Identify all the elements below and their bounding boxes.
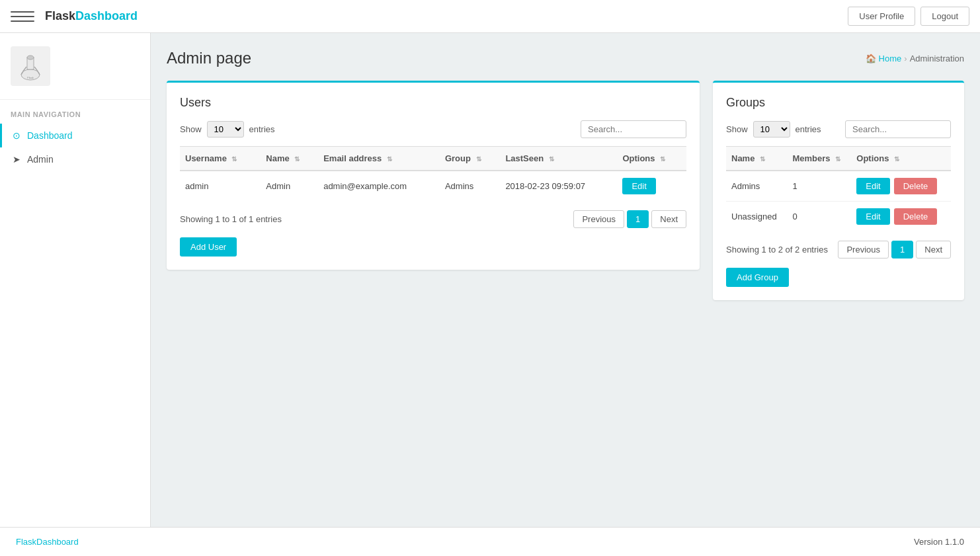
user-group: Admins bbox=[440, 171, 500, 201]
group-sort-icon[interactable]: ⇅ bbox=[476, 155, 481, 163]
groups-search-input[interactable] bbox=[845, 120, 951, 138]
sidebar-item-admin[interactable]: ➤ Admin bbox=[0, 147, 150, 171]
main-content: Admin page 🏠 Home › Administration Users… bbox=[151, 33, 980, 527]
users-prev-button[interactable]: Previous bbox=[573, 210, 624, 228]
user-email: admin@example.com bbox=[318, 171, 440, 201]
users-page-1-button[interactable]: 1 bbox=[627, 210, 649, 228]
groups-name-sort-icon[interactable]: ⇅ bbox=[760, 155, 765, 163]
user-lastseen: 2018-02-23 09:59:07 bbox=[500, 171, 617, 201]
breadcrumb-separator: › bbox=[904, 54, 907, 63]
name-sort-icon[interactable]: ⇅ bbox=[294, 155, 300, 163]
users-table: Username ⇅ Name ⇅ Email address ⇅ Group … bbox=[180, 146, 686, 201]
top-nav-actions: User Profile Logout bbox=[848, 7, 969, 26]
groups-pagination: Previous 1 Next bbox=[838, 241, 951, 258]
groups-col-name: Name ⇅ bbox=[726, 147, 787, 171]
lastseen-sort-icon[interactable]: ⇅ bbox=[549, 155, 554, 163]
users-pagination-row: Showing 1 to 1 of 1 entries Previous 1 N… bbox=[180, 210, 686, 228]
home-icon: 🏠 bbox=[866, 54, 876, 63]
user-profile-button[interactable]: User Profile bbox=[848, 7, 915, 26]
group-options-cell: Edit Delete bbox=[856, 208, 946, 225]
users-pagination: Previous 1 Next bbox=[573, 210, 686, 228]
users-next-button[interactable]: Next bbox=[651, 210, 686, 228]
footer-brand: FlaskDashboard bbox=[16, 537, 79, 547]
page-title: Admin page bbox=[167, 49, 251, 67]
users-search-input[interactable] bbox=[581, 120, 686, 138]
nav-label: MAIN NAVIGATION bbox=[0, 100, 150, 124]
group-edit-button[interactable]: Edit bbox=[856, 178, 889, 194]
breadcrumb-current: Administration bbox=[910, 54, 964, 63]
sidebar: Flask MAIN NAVIGATION ⊙ Dashboard ➤ Admi… bbox=[0, 33, 151, 527]
groups-prev-button[interactable]: Previous bbox=[838, 241, 889, 258]
group-delete-button[interactable]: Delete bbox=[894, 178, 938, 194]
dashboard-icon: ⊙ bbox=[13, 130, 20, 141]
users-col-lastseen: LastSeen ⇅ bbox=[500, 147, 617, 171]
users-card-title: Users bbox=[180, 96, 686, 110]
group-delete-button[interactable]: Delete bbox=[894, 208, 938, 225]
users-entries-label: entries bbox=[249, 124, 275, 134]
group-options: Edit Delete bbox=[851, 202, 951, 232]
users-show-entries: Show 10 25 50 100 entries bbox=[180, 120, 686, 138]
logout-button[interactable]: Logout bbox=[920, 7, 969, 26]
groups-page-1-button[interactable]: 1 bbox=[891, 241, 913, 258]
user-username: admin bbox=[180, 171, 261, 201]
group-members: 0 bbox=[787, 202, 851, 232]
users-card: Users Show 10 25 50 100 entries bbox=[167, 81, 700, 270]
groups-col-members: Members ⇅ bbox=[787, 147, 851, 171]
users-col-email: Email address ⇅ bbox=[318, 147, 440, 171]
sidebar-item-admin-label: Admin bbox=[27, 154, 54, 165]
user-options: Edit bbox=[617, 171, 686, 201]
groups-card-title: Groups bbox=[726, 96, 951, 110]
footer-version: Version 1.1.0 bbox=[914, 537, 964, 547]
page-header: Admin page 🏠 Home › Administration bbox=[167, 49, 964, 67]
users-showing-text: Showing 1 to 1 of 1 entries bbox=[180, 214, 282, 224]
groups-card: Groups Show 10 25 50 100 entries bbox=[713, 81, 964, 300]
table-row: admin Admin admin@example.com Admins 201… bbox=[180, 171, 686, 201]
breadcrumb: 🏠 Home › Administration bbox=[866, 54, 964, 63]
table-row: Admins 1 Edit Delete bbox=[726, 171, 951, 202]
groups-next-button[interactable]: Next bbox=[916, 241, 951, 258]
users-entries-select[interactable]: 10 25 50 100 bbox=[207, 121, 244, 138]
groups-show-entries: Show 10 25 50 100 entries bbox=[726, 120, 951, 138]
add-group-button[interactable]: Add Group bbox=[726, 268, 789, 287]
members-sort-icon[interactable]: ⇅ bbox=[835, 155, 840, 163]
users-col-options: Options ⇅ bbox=[617, 147, 686, 171]
users-col-group: Group ⇅ bbox=[440, 147, 500, 171]
groups-show-label: Show bbox=[726, 124, 748, 134]
groups-entries-label: entries bbox=[796, 124, 821, 134]
breadcrumb-home[interactable]: Home bbox=[879, 54, 902, 63]
sidebar-item-dashboard[interactable]: ⊙ Dashboard bbox=[0, 124, 150, 147]
admin-icon: ➤ bbox=[13, 154, 20, 165]
user-edit-button[interactable]: Edit bbox=[622, 178, 655, 194]
options-sort-icon[interactable]: ⇅ bbox=[660, 155, 665, 163]
svg-text:Flask: Flask bbox=[27, 76, 34, 79]
group-edit-button[interactable]: Edit bbox=[856, 208, 889, 225]
users-col-name: Name ⇅ bbox=[261, 147, 318, 171]
group-options: Edit Delete bbox=[851, 171, 951, 202]
brand-bold: Flask bbox=[45, 9, 75, 22]
footer: FlaskDashboard Version 1.1.0 bbox=[0, 527, 980, 556]
group-name: Unassigned bbox=[726, 202, 787, 232]
group-options-cell: Edit Delete bbox=[856, 178, 946, 194]
top-nav: FlaskDashboard User Profile Logout bbox=[0, 0, 980, 33]
groups-col-options: Options ⇅ bbox=[851, 147, 951, 171]
sidebar-logo: Flask bbox=[0, 33, 150, 100]
brand-regular: Dashboard bbox=[75, 9, 138, 22]
groups-pagination-row: Showing 1 to 2 of 2 entries Previous 1 N… bbox=[726, 241, 951, 258]
groups-showing-text: Showing 1 to 2 of 2 entries bbox=[726, 245, 828, 255]
users-show-label: Show bbox=[180, 124, 202, 134]
brand: FlaskDashboard bbox=[45, 9, 848, 23]
flask-logo: Flask bbox=[11, 46, 50, 86]
hamburger-menu[interactable] bbox=[11, 5, 34, 28]
add-user-button[interactable]: Add User bbox=[180, 237, 237, 257]
username-sort-icon[interactable]: ⇅ bbox=[231, 155, 237, 163]
sidebar-item-dashboard-label: Dashboard bbox=[27, 130, 73, 141]
svg-point-2 bbox=[27, 56, 34, 60]
groups-table: Name ⇅ Members ⇅ Options ⇅ Admins 1 Edit… bbox=[726, 146, 951, 231]
groups-options-sort-icon[interactable]: ⇅ bbox=[894, 155, 899, 163]
user-name: Admin bbox=[261, 171, 318, 201]
layout: Flask MAIN NAVIGATION ⊙ Dashboard ➤ Admi… bbox=[0, 33, 980, 527]
email-sort-icon[interactable]: ⇅ bbox=[387, 155, 392, 163]
table-row: Unassigned 0 Edit Delete bbox=[726, 202, 951, 232]
group-members: 1 bbox=[787, 171, 851, 202]
groups-entries-select[interactable]: 10 25 50 100 bbox=[753, 121, 790, 138]
